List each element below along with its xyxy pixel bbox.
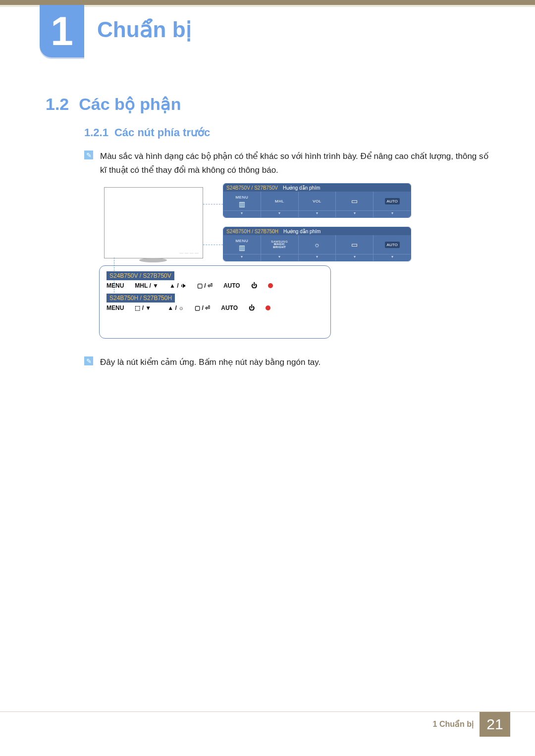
chapter-number: 1 — [51, 8, 73, 54]
osd-model: S24B750V / S27B750V — [226, 185, 278, 191]
osd-cell-menu: MENU ▥ — [223, 192, 261, 210]
osd-header: S24B750H / S27B750H Hướng dẫn phím — [223, 227, 411, 235]
footer: 1 Chuẩn bị 21 — [0, 711, 535, 736]
button-menu: MENU — [107, 282, 124, 289]
menu-icon: ▥ — [239, 244, 245, 251]
osd-cell-auto: AUTO — [373, 235, 411, 254]
osd-cells: MENU ▥ MHL VOL ▭ AUTO — [223, 192, 411, 210]
osd-label: VOL — [313, 199, 321, 203]
source-icon: ▭ — [351, 241, 358, 248]
auto-badge: AUTO — [385, 242, 400, 248]
note-text: Màu sắc và hình dạng các bộ phận có thể … — [100, 150, 495, 177]
chapter-title: Chuẩn bị — [97, 17, 192, 42]
button-mhl-down: MHL / ▼ — [135, 282, 159, 289]
button-auto: AUTO — [223, 282, 240, 289]
source-icon: ▭ — [351, 198, 358, 204]
led-icon — [266, 305, 270, 310]
osd-cell-source: ▭ — [335, 235, 373, 254]
button-auto: AUTO — [221, 304, 238, 311]
monitor-figure: — — — — — [104, 187, 203, 258]
osd-panel-h: S24B750H / S27B750H Hướng dẫn phím MENU … — [223, 227, 411, 261]
osd-cell-vol: VOL — [298, 192, 336, 210]
subsection-title: Các nút phía trước — [114, 126, 210, 139]
osd-cell-mhl: MHL — [261, 192, 298, 210]
osd-label: MENU — [236, 239, 249, 243]
osd-cell-magic: SAMSUNG MAGIC BRIGHT — [261, 235, 298, 254]
osd-panel-v: S24B750V / S27B750V Hướng dẫn phím MENU … — [223, 183, 411, 218]
button-power: ⏻ — [251, 282, 257, 289]
note-row: ✎ Đây là nút kiểm cảm ứng. Bấm nhẹ nút n… — [84, 355, 495, 369]
osd-cell-auto: AUTO — [373, 192, 411, 210]
chapter-number-box: 1 — [40, 5, 84, 57]
osd-header: S24B750V / S27B750V Hướng dẫn phím — [223, 184, 411, 192]
section-heading: 1.2Các bộ phận — [46, 94, 181, 114]
note-row: ✎ Màu sắc và hình dạng các bộ phận có th… — [84, 150, 495, 177]
subsection-heading: 1.2.1Các nút phía trước — [84, 126, 210, 139]
button-source-enter: ▢ / ⏎ — [195, 304, 210, 311]
section-number: 1.2 — [46, 95, 69, 113]
monitor-label: — — — — — [179, 251, 199, 255]
panel-model: S24B750H / S27B750H — [107, 294, 175, 302]
magic-bright-label: SAMSUNG MAGIC BRIGHT — [271, 241, 288, 249]
button-up-volume: ▲ / 🕩 — [169, 282, 186, 289]
footer-label: 1 Chuẩn bị — [433, 719, 474, 729]
osd-cells: MENU ▥ SAMSUNG MAGIC BRIGHT ☼ ▭ AUTO — [223, 235, 411, 254]
subsection-number: 1.2.1 — [84, 126, 108, 139]
osd-label: MENU — [236, 195, 249, 200]
osd-cell-source: ▭ — [335, 192, 373, 210]
osd-cell-brightness: ☼ — [298, 235, 336, 254]
note-icon: ✎ — [84, 151, 93, 159]
button-source-enter: ▢ / ⏎ — [197, 282, 213, 289]
footer-page: 21 — [480, 712, 510, 737]
monitor-stand-icon — [139, 258, 167, 262]
note-icon: ✎ — [84, 356, 93, 365]
panel-model: S24B750V / S27B750V — [107, 271, 174, 280]
button-panel: S24B750V / S27B750V MENU MHL / ▼ ▲ / 🕩 ▢… — [99, 265, 331, 339]
button-menu: MENU — [107, 304, 124, 311]
brightness-icon: ☼ — [314, 241, 321, 248]
note-text: Đây là nút kiểm cảm ứng. Bấm nhẹ nút này… — [100, 355, 321, 369]
button-power: ⏻ — [249, 304, 255, 311]
osd-model: S24B750H / S27B750H — [226, 229, 278, 234]
button-up-brightness: ▲ / ☼ — [167, 304, 184, 311]
button-magic-down: ⬚ / ▼ — [135, 304, 157, 311]
osd-arrows: ▾▾▾▾▾ — [223, 210, 411, 218]
panel-row: MENU ⬚ / ▼ ▲ / ☼ ▢ / ⏎ AUTO ⏻ — [107, 304, 323, 311]
connector-line — [203, 204, 223, 204]
osd-label: MHL — [275, 199, 284, 203]
menu-icon: ▥ — [239, 201, 245, 207]
led-icon — [268, 283, 273, 288]
connector-line — [203, 245, 223, 245]
osd-arrows: ▾▾▾▾▾ — [223, 254, 411, 261]
osd-cell-menu: MENU ▥ — [223, 235, 261, 254]
osd-guide: Hướng dẫn phím — [283, 185, 320, 191]
osd-guide: Hướng dẫn phím — [283, 229, 321, 234]
section-title: Các bộ phận — [79, 95, 181, 113]
auto-badge: AUTO — [385, 198, 400, 204]
panel-row: MENU MHL / ▼ ▲ / 🕩 ▢ / ⏎ AUTO ⏻ — [107, 282, 323, 289]
